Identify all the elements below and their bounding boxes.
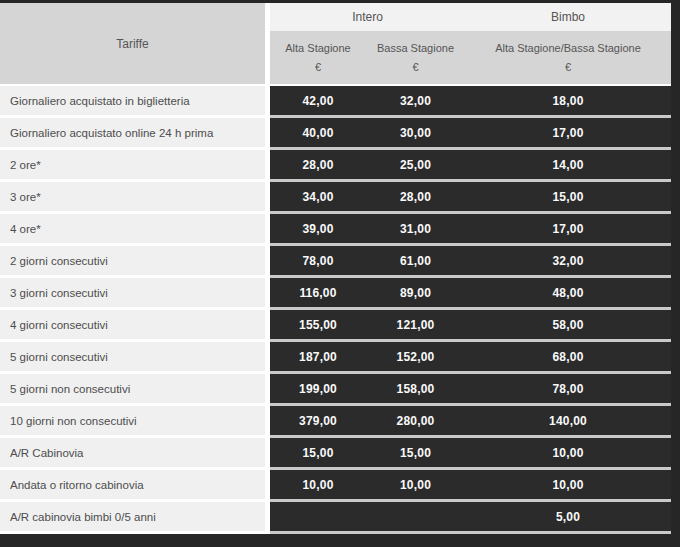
subheader-label: Alta Stagione bbox=[285, 42, 350, 54]
group-header-bimbo-label: Bimbo bbox=[551, 10, 585, 24]
table-body: Giornaliero acquistato in biglietteria42… bbox=[0, 86, 671, 534]
price-cell: 58,00 bbox=[465, 310, 671, 342]
corner-header-label: Tariffe bbox=[116, 37, 148, 51]
price-cell: 39,00 bbox=[270, 214, 366, 246]
subheader-alta-stagione: Alta Stagione € bbox=[270, 31, 366, 84]
table-row: Giornaliero acquistato in biglietteria42… bbox=[0, 86, 671, 118]
price-cell: 10,00 bbox=[465, 438, 671, 470]
price-cell bbox=[366, 502, 465, 534]
table-row: A/R cabinovia bimbi 0/5 anni5,00 bbox=[0, 502, 671, 534]
price-cell: 18,00 bbox=[465, 86, 671, 118]
table-row: Andata o ritorno cabinovia10,0010,0010,0… bbox=[0, 470, 671, 502]
table-row: 4 giorni consecutivi155,00121,0058,00 bbox=[0, 310, 671, 342]
price-cell: 25,00 bbox=[366, 150, 465, 182]
price-cell: 10,00 bbox=[465, 470, 671, 502]
tariff-table: Tariffe Intero Bimbo Alta Stagione € Bas… bbox=[0, 3, 671, 534]
price-cell: 17,00 bbox=[465, 214, 671, 246]
price-cell: 155,00 bbox=[270, 310, 366, 342]
table-row: 10 giorni non consecutivi379,00280,00140… bbox=[0, 406, 671, 438]
price-cell: 14,00 bbox=[465, 150, 671, 182]
price-cell: 32,00 bbox=[366, 86, 465, 118]
row-label: 5 giorni non consecutivi bbox=[0, 374, 265, 406]
row-label: Giornaliero acquistato online 24 h prima bbox=[0, 118, 265, 150]
price-cell: 89,00 bbox=[366, 278, 465, 310]
price-cell: 42,00 bbox=[270, 86, 366, 118]
group-header-intero-label: Intero bbox=[352, 10, 383, 24]
row-label: 2 ore* bbox=[0, 150, 265, 182]
table-header: Tariffe Intero Bimbo Alta Stagione € Bas… bbox=[0, 3, 671, 86]
currency-symbol: € bbox=[315, 61, 321, 73]
price-cell: 17,00 bbox=[465, 118, 671, 150]
row-label: 2 giorni consecutivi bbox=[0, 246, 265, 278]
subheader-alta-bassa-stagione: Alta Stagione/Bassa Stagione € bbox=[465, 31, 671, 84]
table-row: 5 giorni non consecutivi199,00158,0078,0… bbox=[0, 374, 671, 406]
price-cell: 116,00 bbox=[270, 278, 366, 310]
price-cell: 121,00 bbox=[366, 310, 465, 342]
table-row: 3 giorni consecutivi116,0089,0048,00 bbox=[0, 278, 671, 310]
table-row: 4 ore*39,0031,0017,00 bbox=[0, 214, 671, 246]
row-label: 10 giorni non consecutivi bbox=[0, 406, 265, 438]
currency-symbol: € bbox=[565, 61, 571, 73]
currency-symbol: € bbox=[412, 61, 418, 73]
price-cell: 10,00 bbox=[270, 470, 366, 502]
price-cell bbox=[270, 502, 366, 534]
group-header-intero: Intero bbox=[270, 3, 465, 31]
price-cell: 78,00 bbox=[270, 246, 366, 278]
row-label: 3 ore* bbox=[0, 182, 265, 214]
subheader-label: Bassa Stagione bbox=[377, 42, 454, 54]
price-cell: 68,00 bbox=[465, 342, 671, 374]
table-row: A/R Cabinovia15,0015,0010,00 bbox=[0, 438, 671, 470]
row-label: A/R Cabinovia bbox=[0, 438, 265, 470]
table-row: 2 giorni consecutivi78,0061,0032,00 bbox=[0, 246, 671, 278]
price-cell: 15,00 bbox=[366, 438, 465, 470]
price-cell: 152,00 bbox=[366, 342, 465, 374]
price-cell: 40,00 bbox=[270, 118, 366, 150]
price-cell: 158,00 bbox=[366, 374, 465, 406]
row-label: A/R cabinovia bimbi 0/5 anni bbox=[0, 502, 265, 534]
price-cell: 78,00 bbox=[465, 374, 671, 406]
price-cell: 379,00 bbox=[270, 406, 366, 438]
price-cell: 5,00 bbox=[465, 502, 671, 534]
price-cell: 31,00 bbox=[366, 214, 465, 246]
row-label: Giornaliero acquistato in biglietteria bbox=[0, 86, 265, 118]
price-cell: 280,00 bbox=[366, 406, 465, 438]
price-cell: 30,00 bbox=[366, 118, 465, 150]
subheader-label: Alta Stagione/Bassa Stagione bbox=[495, 42, 641, 54]
tariff-table-frame: Tariffe Intero Bimbo Alta Stagione € Bas… bbox=[0, 0, 680, 547]
row-label: 5 giorni consecutivi bbox=[0, 342, 265, 374]
table-row: 5 giorni consecutivi187,00152,0068,00 bbox=[0, 342, 671, 374]
price-cell: 48,00 bbox=[465, 278, 671, 310]
table-row: Giornaliero acquistato online 24 h prima… bbox=[0, 118, 671, 150]
group-header-bimbo: Bimbo bbox=[465, 3, 671, 31]
price-cell: 28,00 bbox=[366, 182, 465, 214]
row-label: 4 ore* bbox=[0, 214, 265, 246]
price-cell: 15,00 bbox=[270, 438, 366, 470]
table-row: 3 ore*34,0028,0015,00 bbox=[0, 182, 671, 214]
price-cell: 187,00 bbox=[270, 342, 366, 374]
row-label: 4 giorni consecutivi bbox=[0, 310, 265, 342]
table-row: 2 ore*28,0025,0014,00 bbox=[0, 150, 671, 182]
price-cell: 32,00 bbox=[465, 246, 671, 278]
subheader-bassa-stagione: Bassa Stagione € bbox=[366, 31, 465, 84]
price-cell: 34,00 bbox=[270, 182, 366, 214]
price-cell: 140,00 bbox=[465, 406, 671, 438]
price-cell: 28,00 bbox=[270, 150, 366, 182]
price-cell: 15,00 bbox=[465, 182, 671, 214]
row-label: 3 giorni consecutivi bbox=[0, 278, 265, 310]
row-label: Andata o ritorno cabinovia bbox=[0, 470, 265, 502]
price-cell: 61,00 bbox=[366, 246, 465, 278]
corner-header-tariffe: Tariffe bbox=[0, 3, 265, 84]
price-cell: 199,00 bbox=[270, 374, 366, 406]
price-cell: 10,00 bbox=[366, 470, 465, 502]
